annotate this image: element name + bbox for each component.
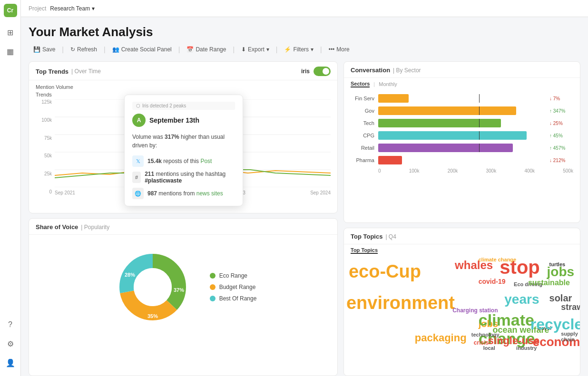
trends-chart-area: Mention Volume Trends 125k 100k 75k 50k …	[29, 80, 337, 204]
chevron-down-icon: ▾	[266, 46, 269, 53]
change-tech: ↓ 25%	[549, 121, 573, 126]
sep1: |	[62, 46, 64, 53]
topbar: Project Research Team ▾	[21, 0, 588, 17]
grid-icon[interactable]: ⊞	[3, 25, 18, 40]
user-icon[interactable]: 👤	[3, 355, 18, 370]
bar-retail	[378, 144, 513, 152]
tooltip-stat-hashtag: # 211 mentions using the hashtag #plasti…	[132, 171, 235, 184]
sep5: |	[276, 46, 278, 53]
bar-gov	[378, 106, 516, 115]
word-years[interactable]: years	[504, 292, 539, 307]
word-eco-cup[interactable]: eco-Cup	[349, 261, 421, 282]
change-pharma: ↓ 212%	[549, 158, 573, 163]
save-icon: 💾	[33, 46, 40, 53]
save-button[interactable]: 💾 Save	[29, 44, 60, 55]
help-icon[interactable]: ?	[3, 317, 18, 332]
toolbar: 💾 Save | ↻ Refresh | 👥 Create Social Pan…	[29, 44, 580, 55]
sector-row-gov: Gov ↑ 347%	[351, 106, 573, 115]
top-topics-card: Top Topics | Q4 Top Topics eco-Cup whale…	[343, 228, 580, 376]
refresh-icon: ↻	[70, 46, 75, 53]
donut-legend: Eco Range Budget Range Best Of Range	[210, 272, 257, 302]
dot-budget	[210, 284, 216, 290]
tooltip-stats: 𝕏 15.4k reposts of this Post # 211 menti…	[132, 155, 235, 199]
bar-finserv	[378, 94, 409, 103]
page-title: Your Market Analysis	[29, 25, 580, 39]
post-link[interactable]: Post	[200, 158, 212, 164]
word-jobs-big[interactable]: jobs	[547, 264, 575, 280]
more-button[interactable]: ••• More	[324, 44, 354, 55]
tooltip-stat-reposts: 𝕏 15.4k reposts of this Post	[132, 155, 235, 167]
sectors-tabs: Sectors | Monthly	[344, 78, 580, 90]
filters-button[interactable]: ⚡ Filters ▾	[279, 44, 318, 55]
conv-header: Conversation | By Sector	[344, 62, 580, 78]
conv-subtitle: | By Sector	[393, 67, 421, 74]
marker-cpg	[479, 131, 480, 140]
word-covid19[interactable]: covid-19	[479, 278, 506, 285]
sov-title: Share of Voice	[36, 223, 78, 231]
calendar-icon: 📅	[186, 46, 194, 53]
globe-icon: 🌐	[132, 188, 144, 199]
export-button[interactable]: ⬇ Export ▾	[236, 44, 274, 55]
sep3: |	[178, 46, 180, 53]
layout-icon[interactable]: ▦	[3, 44, 18, 59]
change-finserv: ↓ 7%	[549, 96, 573, 101]
word-local[interactable]: local	[483, 345, 495, 351]
marker-tech	[479, 119, 480, 127]
word-cloud: eco-Cup whales stop climate change turtl…	[344, 257, 580, 352]
chevron-down-icon2: ▾	[311, 46, 314, 53]
word-environment[interactable]: environment	[346, 293, 455, 313]
conv-title: Conversation	[351, 67, 390, 74]
bar-pharma	[378, 156, 402, 164]
date-range-button[interactable]: 📅 Date Range	[182, 44, 231, 55]
legend-eco-range: Eco Range	[210, 272, 257, 279]
top-trends-card: Top Trends | Over Time iris Mention Volu…	[29, 61, 338, 213]
sector-row-tech: Tech ↓ 25%	[351, 119, 573, 127]
svg-text:37%: 37%	[174, 287, 184, 293]
sov-subtitle: | Popularity	[81, 224, 109, 231]
hashtag-icon: #	[132, 172, 141, 183]
word-industry[interactable]: industry	[516, 345, 537, 351]
social-panel-button[interactable]: 👥 Create Social Panel	[108, 44, 176, 55]
word-supply-chain[interactable]: supply chain	[561, 331, 580, 342]
trends-title: Top Trends	[36, 68, 69, 75]
tab-sectors[interactable]: Sectors	[351, 81, 370, 87]
topics-tab-row: Top Topics	[344, 244, 580, 257]
project-label: Project	[29, 5, 46, 12]
trends-subtitle: | Over Time	[71, 68, 101, 75]
sep2: |	[104, 46, 106, 53]
right-panel: Conversation | By Sector Sectors | Month…	[343, 61, 580, 376]
sidebar: Cr ⊞ ▦ ? ⚙ 👤	[0, 0, 21, 376]
svg-text:28%: 28%	[125, 272, 135, 278]
tab-monthly[interactable]: Monthly	[379, 81, 397, 87]
word-packaging[interactable]: packaging	[415, 332, 467, 344]
iris-toggle[interactable]	[314, 67, 331, 76]
marker-finserv	[479, 94, 480, 103]
twitter-icon: 𝕏	[132, 155, 144, 167]
refresh-button[interactable]: ↻ Refresh	[66, 44, 102, 55]
dot-eco	[210, 273, 216, 279]
sector-row-retail: Retail ↑ 457%	[351, 144, 573, 152]
iris-label: iris	[301, 68, 310, 75]
social-icon: 👥	[112, 46, 119, 53]
news-link[interactable]: news sites	[196, 190, 223, 197]
tooltip-popup: ⬡ Iris detected 2 peaks A September 13th…	[124, 95, 243, 206]
svg-text:35%: 35%	[147, 313, 158, 319]
app-logo[interactable]: Cr	[4, 4, 17, 17]
main-content: Your Market Analysis 💾 Save | ↻ Refresh …	[21, 17, 588, 376]
sector-row-finserv: Fin Serv ↓ 7%	[351, 94, 573, 103]
team-selector[interactable]: Research Team ▾	[50, 5, 95, 12]
settings-icon[interactable]: ⚙	[3, 336, 18, 351]
share-of-voice-card: Share of Voice | Popularity	[29, 218, 338, 376]
chart-title: Mention Volume	[36, 84, 331, 92]
iris-detected-bar: ⬡ Iris detected 2 peaks	[132, 102, 235, 110]
tab-top-topics[interactable]: Top Topics	[351, 247, 378, 254]
word-climate-change-sm[interactable]: climate change	[479, 257, 516, 262]
tooltip-header: A September 13th	[132, 114, 235, 127]
bar-chart-area: Fin Serv ↓ 7% Gov ↑	[344, 90, 580, 178]
donut-chart-svg: 28% 37% 35%	[110, 244, 196, 330]
iris-bar-icon: ⬡	[136, 103, 140, 108]
sep6: |	[320, 46, 322, 53]
word-sustainable[interactable]: sustainable	[528, 279, 570, 287]
svg-point-12	[134, 268, 172, 306]
chevron-down-icon: ▾	[92, 5, 95, 12]
